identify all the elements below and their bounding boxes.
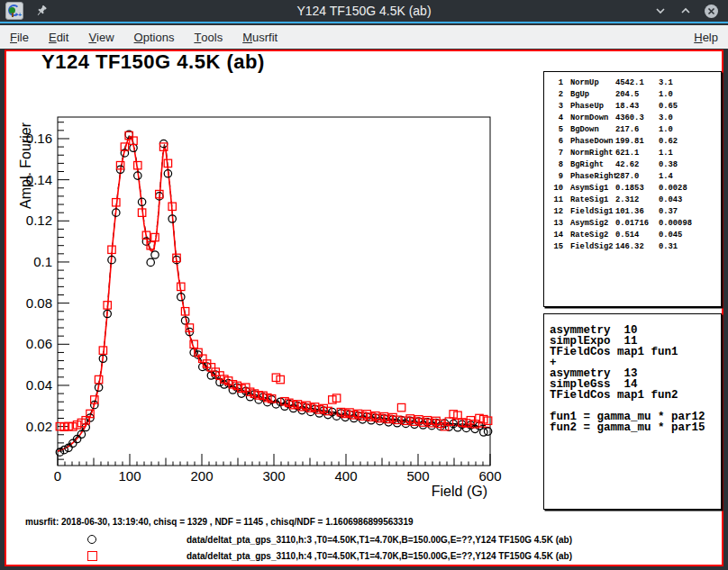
fit-parameter-row: 5BgDown217.61.0 bbox=[551, 124, 721, 136]
menu-bar: File Edit View Options Tools Musrfit Hel… bbox=[0, 25, 728, 49]
square-marker-icon bbox=[87, 551, 97, 561]
pin-icon[interactable] bbox=[34, 4, 49, 18]
fit-parameter-row: 15FieldSig2146.320.31 bbox=[551, 241, 721, 253]
application-window: ++ Y124 TF150G 4.5K (ab) bbox=[0, 0, 728, 570]
menu-help[interactable]: Help bbox=[684, 25, 728, 49]
menu-musrfit[interactable]: Musrfit bbox=[232, 25, 287, 49]
plus-plus-icon: ++ bbox=[14, 12, 22, 18]
legend-label-h4: data/deltat_pta_gps_3110,h:4 ,T0=4.50K,T… bbox=[187, 551, 572, 561]
theory-line: TFieldCos map1 fun1 bbox=[550, 347, 721, 357]
fit-parameter-row: 12FieldSig1101.360.37 bbox=[551, 206, 721, 218]
maximize-button[interactable] bbox=[678, 3, 694, 19]
menu-options[interactable]: Options bbox=[124, 25, 185, 49]
menu-file[interactable]: File bbox=[0, 25, 39, 49]
theory-box: asymmetry 10simplExpo 11TFieldCos map1 f… bbox=[543, 313, 722, 510]
legend-label-h3: data/deltat_pta_gps_3110,h:3 ,T0=4.50K,T… bbox=[187, 535, 572, 545]
title-bar[interactable]: ++ Y124 TF150G 4.5K (ab) bbox=[0, 0, 728, 23]
fit-parameter-row: 13AsymSig20.017160.00098 bbox=[551, 218, 721, 230]
fit-parameter-row: 6PhaseDown199.810.62 bbox=[551, 136, 721, 148]
menu-edit[interactable]: Edit bbox=[39, 25, 78, 49]
close-button[interactable] bbox=[703, 3, 719, 19]
fit-parameter-row: 9PhaseRight287.01.4 bbox=[551, 171, 721, 183]
menu-tools[interactable]: Tools bbox=[184, 25, 232, 49]
fit-parameter-row: 7NormRight621.11.1 bbox=[551, 148, 721, 159]
theory-line: TFieldCos map1 fun2 bbox=[550, 390, 721, 401]
fit-parameters-box: 1NormUp4542.13.12BgUp204.51.03PhaseUp18.… bbox=[543, 71, 722, 307]
plot-title: Y124 TF150G 4.5K (ab) bbox=[41, 50, 265, 74]
fit-parameter-row: 10AsymSig10.18530.0028 bbox=[551, 183, 721, 195]
menu-view[interactable]: View bbox=[78, 25, 123, 49]
legend-row-h4: data/deltat_pta_gps_3110,h:4 ,T0=4.50K,T… bbox=[0, 550, 719, 563]
fit-status-line: musrfit: 2018-06-30, 13:19:40, chisq = 1… bbox=[25, 517, 414, 527]
fit-parameter-row: 2BgUp204.51.0 bbox=[551, 89, 721, 101]
fit-parameter-row: 1NormUp4542.13.1 bbox=[551, 77, 721, 89]
circle-marker-icon bbox=[87, 535, 96, 544]
fit-parameter-row: 8BgRight42.620.38 bbox=[551, 159, 721, 171]
fit-parameter-row: 11RateSig12.3120.043 bbox=[551, 195, 721, 206]
fit-parameter-row: 14RateSig20.5140.045 bbox=[551, 230, 721, 241]
fit-parameter-row: 3PhaseUp18.430.65 bbox=[551, 101, 721, 113]
minimize-button[interactable] bbox=[652, 3, 669, 19]
legend-row-h3: data/deltat_pta_gps_3110,h:3 ,T0=4.50K,T… bbox=[0, 534, 719, 547]
tree-trunk-icon bbox=[12, 13, 14, 17]
theory-line: fun2 = gamma_mu * par15 bbox=[550, 422, 721, 433]
window-title: Y124 TF150G 4.5K (ab) bbox=[0, 4, 728, 18]
app-icon[interactable]: ++ bbox=[5, 2, 23, 20]
fit-parameter-row: 4NormDown4360.33.0 bbox=[551, 113, 721, 124]
